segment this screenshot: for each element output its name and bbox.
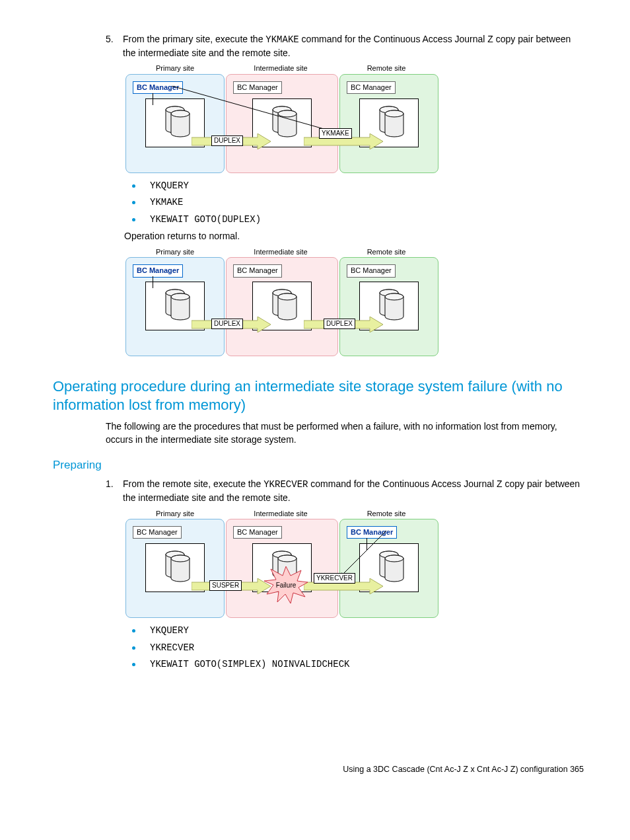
label-intermediate: Intermediate site: [225, 247, 337, 257]
step-number: 1.: [106, 478, 123, 504]
step-text-a: From the remote site, execute the: [123, 478, 263, 489]
pair-label-left: DUPLEX: [211, 135, 243, 146]
svg-line-45: [340, 531, 386, 577]
cmd-arrow: [172, 86, 343, 137]
svg-point-22: [278, 293, 297, 300]
primary-site-box: BC Manager: [125, 257, 225, 356]
pair-label-right: YKRECVER: [314, 573, 355, 584]
label-primary: Primary site: [125, 509, 225, 519]
svg-point-18: [171, 293, 190, 300]
remote-site-box: BC Manager: [339, 74, 438, 173]
step-body: From the primary site, execute the YKMAK…: [123, 33, 584, 59]
bc-manager-remote: BC Manager: [347, 81, 396, 94]
step-cmd: YKMAKE: [265, 34, 298, 45]
label-primary: Primary site: [125, 63, 225, 73]
diagram-2: Primary site Intermediate site Remote si…: [125, 247, 456, 356]
bullet-icon: [132, 184, 135, 188]
primary-site-box: BC Manager: [125, 519, 225, 618]
svg-point-36: [278, 555, 297, 562]
step-text-a: From the primary site, execute the: [123, 34, 265, 44]
bullet-icon: [132, 201, 135, 204]
label-remote: Remote site: [337, 247, 436, 257]
label-intermediate: Intermediate site: [225, 63, 337, 73]
step-body: From the remote site, execute the YKRECV…: [123, 478, 584, 504]
bullet-text: YKEWAIT GOTO(DUPLEX): [150, 213, 261, 227]
bc-manager-primary: BC Manager: [133, 526, 182, 539]
bullet-list-2: YKQUERY YKRECVER YKEWAIT GOTO(SIMPLEX) N…: [132, 625, 584, 671]
page-footer: Using a 3DC Cascade (Cnt Ac-J Z x Cnt Ac…: [53, 764, 584, 776]
svg-line-14: [172, 86, 340, 134]
bullet-text: YKRECVER: [150, 642, 194, 655]
bc-manager-intermediate: BC Manager: [233, 264, 282, 277]
step-1: 1. From the remote site, execute the YKR…: [106, 478, 584, 504]
label-primary: Primary site: [125, 247, 225, 257]
bc-manager-primary: BC Manager: [133, 264, 183, 277]
step-number: 5.: [106, 33, 123, 59]
step-5: 5. From the primary site, execute the YK…: [106, 33, 584, 59]
bullet-icon: [132, 663, 135, 666]
diagram-3: Primary site Intermediate site Remote si…: [125, 509, 456, 618]
bullet-list-1: YKQUERY YKMAKE YKEWAIT GOTO(DUPLEX): [132, 180, 584, 227]
bullet-text: YKEWAIT GOTO(SIMPLEX) NOINVALIDCHECK: [150, 658, 349, 671]
diagram-1: Primary site Intermediate site Remote si…: [125, 63, 456, 172]
label-remote: Remote site: [337, 509, 436, 519]
bullet-text: YKMAKE: [150, 196, 183, 210]
remote-site-box: BC Manager: [339, 257, 438, 356]
subsection-heading: Preparing: [53, 457, 584, 473]
svg-point-32: [171, 555, 190, 562]
return-text: Operation returns to normal.: [124, 230, 584, 243]
bullet-text: YKQUERY: [150, 180, 189, 193]
bullet-text: YKQUERY: [150, 625, 189, 638]
bc-manager-remote: BC Manager: [347, 264, 396, 277]
svg-point-11: [385, 110, 403, 117]
intermediate-site-box: BC Manager: [226, 257, 338, 356]
pair-label-left: SUSPER: [209, 580, 242, 591]
step-cmd: YKRECVER: [263, 479, 308, 490]
bc-manager-intermediate: BC Manager: [233, 526, 282, 539]
section-heading: Operating procedure during an intermedia…: [53, 377, 584, 414]
pair-label-left: DUPLEX: [211, 319, 243, 329]
label-intermediate: Intermediate site: [225, 509, 337, 519]
bullet-icon: [132, 646, 135, 650]
failure-star: Failure: [264, 566, 308, 607]
pair-label-right: YKMAKE: [319, 128, 352, 139]
section-body: The following are the procedures that mu…: [106, 420, 584, 446]
svg-text:Failure: Failure: [276, 582, 297, 589]
bullet-icon: [132, 218, 135, 221]
label-remote: Remote site: [337, 63, 436, 73]
bullet-icon: [132, 629, 135, 632]
svg-point-26: [385, 293, 403, 300]
pair-label-right: DUPLEX: [324, 319, 355, 329]
